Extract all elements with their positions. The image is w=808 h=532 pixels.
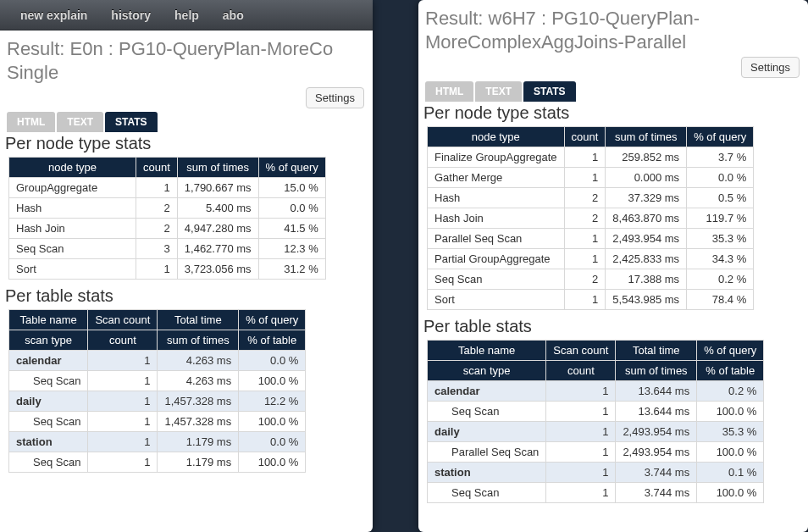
col-table-name[interactable]: Table name — [428, 341, 546, 361]
table-row: Sort13,723.056 ms31.2 % — [9, 259, 326, 280]
col-node-type[interactable]: node type — [9, 158, 136, 178]
tab-text[interactable]: TEXT — [57, 112, 103, 132]
col-total-time[interactable]: Total time — [158, 310, 239, 330]
cell-scan-count: 1 — [88, 391, 158, 412]
tab-text[interactable]: TEXT — [475, 81, 522, 102]
col-sum[interactable]: sum of times — [606, 127, 687, 147]
table-row: Finalize GroupAggregate1259.852 ms3.7 % — [428, 147, 754, 168]
per-table-table: Table name Scan count Total time % of qu… — [8, 309, 306, 473]
cell-total-time: 1.179 ms — [158, 432, 239, 452]
table-row: Gather Merge10.000 ms0.0 % — [428, 168, 754, 188]
cell-pct-table: 100.0 % — [697, 483, 764, 503]
table-row: Seq Scan217.388 ms0.2 % — [428, 269, 754, 290]
cell-count: 1 — [136, 178, 178, 198]
cell-sum: 1,790.667 ms — [177, 178, 258, 198]
table-row: GroupAggregate11,790.667 ms15.0 % — [9, 178, 326, 198]
cell-sum: 37.329 ms — [606, 188, 687, 208]
cell-count: 2 — [564, 208, 606, 229]
cell-count: 1 — [546, 442, 616, 463]
cell-sum: 5,543.985 ms — [606, 290, 687, 310]
section-per-node-header: Per node type stats — [0, 134, 373, 157]
cell-count: 2 — [564, 188, 606, 208]
col-pct[interactable]: % of query — [258, 158, 325, 178]
tab-stats[interactable]: STATS — [105, 112, 158, 132]
cell-sum: 4,947.280 ms — [177, 219, 258, 239]
node-type-table: node type count sum of times % of query … — [427, 126, 754, 310]
col-table-name[interactable]: Table name — [9, 310, 88, 330]
col-scan-type[interactable]: scan type — [9, 330, 88, 351]
nav-help[interactable]: help — [163, 3, 211, 27]
col-sum2[interactable]: sum of times — [158, 330, 239, 351]
cell-count: 2 — [136, 198, 178, 219]
cell-sum: 8,463.870 ms — [606, 208, 687, 229]
cell-pct-query: 0.0 % — [239, 432, 306, 452]
tab-html[interactable]: HTML — [7, 112, 55, 132]
cell-pct: 15.0 % — [258, 178, 325, 198]
cell-node-type: Hash Join — [9, 219, 136, 239]
table-row: Hash237.329 ms0.5 % — [428, 188, 754, 208]
col-count2[interactable]: count — [88, 330, 158, 351]
cell-table-name: daily — [9, 391, 88, 412]
cell-node-type: Seq Scan — [428, 269, 565, 290]
cell-node-type: Hash — [428, 188, 565, 208]
settings-button[interactable]: Settings — [741, 57, 800, 78]
cell-sum: 4.263 ms — [158, 371, 239, 391]
settings-button[interactable]: Settings — [306, 87, 364, 108]
col-count[interactable]: count — [136, 158, 178, 178]
nav-history[interactable]: history — [99, 3, 163, 27]
cell-pct: 41.5 % — [258, 219, 325, 239]
cell-sum: 2,493.954 ms — [616, 442, 697, 463]
cell-count: 1 — [88, 412, 158, 432]
cell-node-type: Hash Join — [428, 208, 565, 229]
cell-pct-table: 100.0 % — [239, 412, 306, 432]
cell-pct: 0.0 % — [258, 198, 325, 219]
cell-count: 1 — [564, 249, 606, 269]
cell-count: 3 — [136, 239, 178, 259]
cell-sum: 0.000 ms — [606, 168, 687, 188]
tab-html[interactable]: HTML — [425, 81, 473, 102]
col-node-type[interactable]: node type — [428, 127, 565, 147]
node-type-body-left: GroupAggregate11,790.667 ms15.0 %Hash25.… — [9, 178, 326, 280]
col-sum[interactable]: sum of times — [177, 158, 258, 178]
cell-sum: 3.744 ms — [616, 483, 697, 503]
col-pct[interactable]: % of query — [687, 127, 754, 147]
nav-about[interactable]: abo — [211, 3, 256, 27]
cell-count: 1 — [546, 483, 616, 503]
per-table-body-right: calendar113.644 ms0.2 %Seq Scan113.644 m… — [428, 381, 764, 503]
cell-count: 1 — [546, 402, 616, 422]
cell-sum: 2,493.954 ms — [606, 229, 687, 249]
cell-scan-type: Seq Scan — [428, 402, 546, 422]
cell-sum: 1,457.328 ms — [158, 412, 239, 432]
col-pct-table[interactable]: % of table — [697, 361, 764, 381]
col-total-time[interactable]: Total time — [616, 341, 697, 361]
cell-pct-table: 100.0 % — [697, 442, 764, 463]
cell-count: 2 — [136, 219, 178, 239]
cell-count: 1 — [88, 452, 158, 473]
top-nav: new explain history help abo — [0, 0, 373, 30]
tab-stats[interactable]: STATS — [523, 81, 576, 102]
per-table-table: Table name Scan count Total time % of qu… — [427, 340, 764, 503]
col-pct-table[interactable]: % of table — [239, 330, 306, 351]
col-count[interactable]: count — [564, 127, 606, 147]
cell-node-type: Seq Scan — [9, 239, 136, 259]
col-sum2[interactable]: sum of times — [616, 361, 697, 381]
table-row: Seq Scan13.744 ms100.0 % — [428, 483, 764, 503]
col-pct-query[interactable]: % of query — [239, 310, 306, 330]
cell-pct-table: 100.0 % — [239, 452, 306, 473]
result-title: Result: E0n : PG10-QueryPlan-MoreCo Sing… — [0, 30, 373, 86]
cell-pct: 0.0 % — [687, 168, 754, 188]
nav-new-explain[interactable]: new explain — [8, 3, 99, 27]
table-row: Seq Scan113.644 ms100.0 % — [428, 402, 764, 422]
table-row: calendar14.263 ms0.0 % — [9, 351, 306, 371]
section-per-table-header: Per table stats — [0, 286, 373, 309]
cell-count: 1 — [564, 168, 606, 188]
col-scan-type[interactable]: scan type — [428, 361, 546, 381]
col-pct-query[interactable]: % of query — [697, 341, 764, 361]
col-scan-count[interactable]: Scan count — [546, 341, 616, 361]
table-row: Hash Join28,463.870 ms119.7 % — [428, 208, 754, 229]
col-scan-count[interactable]: Scan count — [88, 310, 158, 330]
section-per-table-header: Per table stats — [418, 317, 808, 340]
cell-sum: 1,462.770 ms — [177, 239, 258, 259]
cell-count: 1 — [564, 290, 606, 310]
col-count2[interactable]: count — [546, 361, 616, 381]
